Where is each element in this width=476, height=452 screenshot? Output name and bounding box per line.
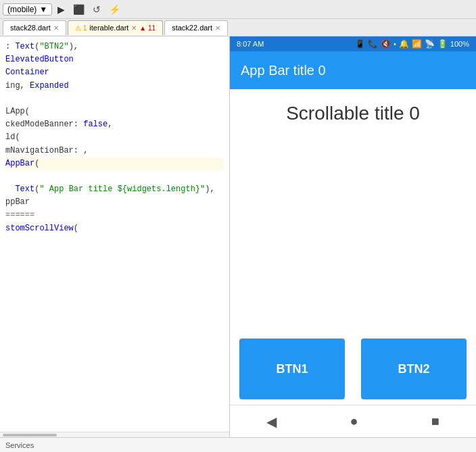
- code-line-4: ing, Expanded: [5, 81, 69, 91]
- wifi-icon: 📶: [412, 39, 422, 49]
- app-bar-title: App Bar title 0: [241, 63, 326, 78]
- dot-indicator: •: [394, 41, 396, 48]
- mute-icon: 🔇: [381, 39, 391, 49]
- scrollable-title: Scrollable title 0: [286, 103, 420, 124]
- whatsapp-icon: 📱: [355, 39, 365, 49]
- code-line-2: ElevatedButton: [5, 55, 74, 64]
- code-line-10: Text(" App Bar title ${widgets.length}")…: [5, 184, 215, 194]
- ide-top-bar: (mobile) ▼ ▶ ⬛ ↺ ⚡: [0, 0, 476, 19]
- code-line-9: AppBar(: [5, 157, 224, 170]
- lightning-icon[interactable]: ⚡: [106, 3, 123, 16]
- nav-back-icon[interactable]: ◀: [266, 413, 277, 430]
- services-bar: Services: [0, 437, 476, 452]
- device-selector[interactable]: (mobile) ▼: [3, 3, 52, 16]
- code-line-11: ppBar: [5, 197, 30, 207]
- tab-iterable-label: iterable.dart: [89, 24, 128, 32]
- code-line-1: : Text("BTN2"),: [5, 42, 78, 51]
- code-line-3: Container: [5, 68, 49, 77]
- call-icon: 📞: [368, 39, 378, 49]
- btn2[interactable]: BTN2: [361, 338, 467, 399]
- phone-body: Scrollable title 0 BTN1 BTN2 ◀ ● ■: [230, 89, 476, 437]
- phone-bottom-nav: ◀ ● ■: [230, 405, 476, 437]
- battery-percent: 100%: [450, 40, 469, 48]
- services-label: Services: [5, 441, 34, 449]
- code-line-12: ======: [5, 210, 34, 220]
- code-scrollbar[interactable]: [0, 432, 229, 437]
- code-line-13: stomScrollView(: [5, 224, 78, 233]
- bell-off-icon: 🔔: [399, 39, 409, 49]
- status-icons: 📱 📞 🔇 • 🔔 📶 📡 🔋 100%: [355, 39, 469, 49]
- status-time: 8:07 AM: [237, 40, 264, 48]
- nav-recent-icon[interactable]: ■: [431, 413, 439, 429]
- code-editor[interactable]: : Text("BTN2"), ElevatedButton Container…: [0, 36, 229, 432]
- tab-stack22-label: stack22.dart: [172, 24, 212, 32]
- phone-status-bar: 8:07 AM 📱 📞 🔇 • 🔔 📶 📡 🔋 100%: [230, 36, 476, 51]
- btn1[interactable]: BTN1: [239, 338, 345, 399]
- tab-stack28[interactable]: stack28.dart ✕: [3, 20, 66, 35]
- phone-panel: 8:07 AM 📱 📞 🔇 • 🔔 📶 📡 🔋 100% App Bar tit…: [230, 36, 476, 437]
- code-scrollbar-thumb: [3, 434, 57, 436]
- tab-iterable[interactable]: ⚠ 1 iterable.dart ✕ ▲ 11: [68, 20, 163, 35]
- tab-stack28-label: stack28.dart: [10, 24, 51, 32]
- tab-iterable-close[interactable]: ✕: [131, 24, 137, 32]
- code-line-8: mNavigationBar: ,: [5, 146, 88, 155]
- error-count: ▲ 11: [139, 24, 156, 32]
- code-panel: : Text("BTN2"), ElevatedButton Container…: [0, 36, 230, 437]
- stop-icon[interactable]: ⬛: [70, 3, 87, 16]
- device-selector-label: (mobile): [7, 5, 37, 14]
- code-line-6: ckedModeBanner: false,: [5, 120, 112, 129]
- battery-icon: 🔋: [437, 39, 448, 49]
- tab-bar: stack28.dart ✕ ⚠ 1 iterable.dart ✕ ▲ 11 …: [0, 19, 476, 36]
- tab-stack22[interactable]: stack22.dart ✕: [164, 20, 228, 35]
- chevron-down-icon: ▼: [39, 5, 47, 14]
- warning-badge: ⚠ 1: [75, 24, 87, 32]
- tab-stack28-close[interactable]: ✕: [53, 24, 59, 32]
- phone-buttons-area: BTN1 BTN2: [230, 333, 476, 405]
- run-icon[interactable]: ▶: [55, 3, 68, 16]
- code-line-5: LApp(: [5, 107, 30, 116]
- main-area: : Text("BTN2"), ElevatedButton Container…: [0, 36, 476, 437]
- tab-stack22-close[interactable]: ✕: [215, 24, 220, 32]
- code-line-7: ld(: [5, 132, 20, 142]
- phone-app-bar: App Bar title 0: [230, 51, 476, 89]
- nav-home-icon[interactable]: ●: [350, 413, 358, 429]
- signal-icon: 📡: [425, 39, 435, 49]
- refresh-icon[interactable]: ↺: [90, 3, 103, 16]
